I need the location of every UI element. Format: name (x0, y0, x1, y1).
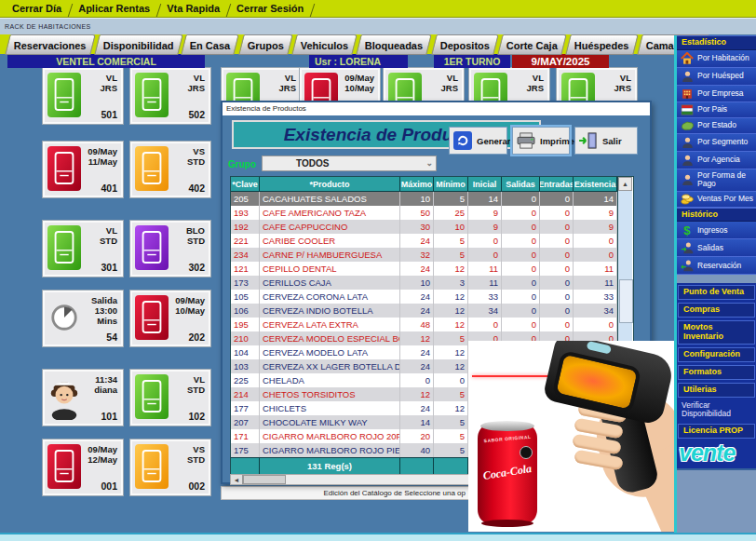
cell-clave: 205 (231, 192, 260, 206)
table-row-105[interactable]: 105CERVEZA CORONA LATA2412330033 (231, 290, 617, 304)
sidebar-licencia-prop[interactable]: Licencia PROP (678, 424, 755, 439)
col-header-inicial[interactable]: Inicial (468, 177, 502, 192)
tile-info: VSSTD402 (169, 143, 209, 196)
tab-reservaciones[interactable]: Reservaciones (5, 34, 95, 55)
col-header-producto[interactable]: *Producto (260, 177, 400, 192)
generar-button[interactable]: Generar (449, 127, 507, 155)
table-row-193[interactable]: 193CAFE AMERICANO TAZA50259009 (231, 206, 617, 220)
sidebar-por-forma-de-pago[interactable]: Por Forma de Pago (677, 169, 756, 192)
sidebar-utilerias[interactable]: Utilerias (678, 383, 755, 398)
cell-value: 0 (502, 220, 540, 234)
salir-button[interactable]: Salir (574, 127, 638, 155)
cell-value: 10 (400, 192, 434, 206)
cell-value: 33 (574, 290, 617, 304)
cell-value: 0 (574, 318, 617, 331)
scroll-up-icon[interactable]: ▲ (618, 177, 632, 191)
table-row-192[interactable]: 192CAFE CAPPUCCINO30109009 (231, 220, 617, 234)
record-count: 131 Reg(s) (260, 458, 400, 474)
col-header-clave[interactable]: *Clave (231, 177, 260, 192)
coins-icon (680, 194, 695, 205)
sidebar-por-empresa[interactable]: Por Empresa (677, 86, 756, 102)
cell-clave: 106 (231, 304, 260, 318)
tab-corte-caja[interactable]: Corte Caja (497, 34, 567, 55)
table-row-205[interactable]: 205CACAHUATES SALADOS105140014 (231, 192, 617, 206)
scrollbar-thumb[interactable] (243, 475, 286, 484)
sidebar-salidas[interactable]: Salidas (677, 239, 756, 257)
cell-value: 5 (434, 429, 468, 443)
tile-status-text: VSSTD (169, 146, 205, 167)
room-tile-102[interactable]: VLSTD102 (130, 370, 210, 426)
scroll-left-icon[interactable]: ◄ (231, 475, 243, 484)
sidebar-ingresos[interactable]: $Ingresos (677, 222, 756, 239)
svg-text:$: $ (683, 223, 691, 237)
imprime-button[interactable]: Imprime (512, 127, 570, 155)
sidebar-por-pais[interactable]: Por Pais (677, 102, 756, 118)
table-row-106[interactable]: 106CERVEZA INDIO BOTELLA2412340034 (231, 304, 617, 318)
scrollbar-thumb[interactable] (619, 279, 633, 323)
room-tile-501[interactable]: VLJRS501 (43, 68, 123, 124)
group-select[interactable]: TODOS ⌄ (262, 156, 437, 171)
room-tile-402[interactable]: VSSTD402 (130, 142, 210, 197)
sidebar-formatos[interactable]: Formatos (678, 365, 755, 380)
sidebar-por-agencia[interactable]: Por Agencia (677, 152, 756, 169)
menu-item-vta-rapida[interactable]: Vta Rapida (158, 3, 228, 14)
table-row-121[interactable]: 121CEPILLO DENTAL2412110011 (231, 262, 617, 276)
tile-status-text: VLJRS (81, 73, 117, 93)
menu-item-aplicar-rentas[interactable]: Aplicar Rentas (70, 3, 158, 14)
cell-clave: 195 (231, 318, 260, 331)
sidebar-verificar-disponibilidad[interactable]: Verificar Disponibilidad (677, 399, 756, 423)
sidebar-configuracion[interactable]: Configuración (678, 347, 755, 362)
sidebar-ventas-por-mes[interactable]: Ventas Por Mes (677, 192, 756, 208)
cell-value: 24 (400, 359, 434, 373)
room-tile-001[interactable]: 09/May12/May001 (43, 440, 123, 495)
cell-value: 48 (400, 318, 434, 331)
col-header-salidas[interactable]: Salidas (502, 177, 540, 192)
tab-depositos[interactable]: Depositos (431, 34, 499, 55)
room-tile-54[interactable]: Salida13:00Mins54 (43, 291, 123, 346)
tab-vehiculos[interactable]: Vehiculos (291, 34, 358, 55)
tab-disponibilidad[interactable]: Disponibilidad (94, 34, 182, 55)
table-row-195[interactable]: 195CERVEZA LATA EXTRA48120000 (231, 318, 617, 331)
tab-en-casa[interactable]: En Casa (182, 34, 240, 55)
tab-label: Disponibilidad (102, 40, 173, 51)
room-tile-302[interactable]: BLOSTD302 (130, 221, 210, 277)
col-header-maximo[interactable]: Máximo (400, 177, 434, 192)
tab-grupos[interactable]: Grupos (238, 34, 293, 55)
cell-value: 0 (540, 220, 574, 234)
flag-icon (680, 104, 695, 115)
sidebar-por-estado[interactable]: Por Estado (677, 118, 756, 134)
col-header-minimo[interactable]: Mínimo (434, 177, 468, 192)
room-tile-502[interactable]: VLJRS502 (130, 68, 210, 124)
button-label: Imprime (540, 136, 574, 146)
table-row-221[interactable]: 221CARIBE COOLER2450000 (231, 234, 617, 248)
menu-item-cerrar-dia[interactable]: Cerrar Día (4, 3, 70, 14)
sidebar-compras[interactable]: Compras (678, 303, 755, 318)
room-tile-301[interactable]: VLSTD301 (43, 221, 123, 277)
table-row-234[interactable]: 234CARNE P/ HAMBUERGUESA3250000 (231, 248, 617, 262)
col-header-existencia[interactable]: Existencia (574, 177, 617, 192)
cell-value: 5 (434, 331, 468, 345)
room-tile-401[interactable]: 09/May11/May401 (43, 142, 123, 197)
cell-value: 14 (468, 192, 502, 206)
room-tile-202[interactable]: 09/May10/May202 (130, 291, 210, 346)
cell-producto: CERILLOS CAJA (260, 276, 400, 290)
room-tile-002[interactable]: VSSTD002 (130, 440, 210, 495)
tab-huespedes[interactable]: Huéspedes (565, 34, 638, 55)
sidebar-punto-de-venta[interactable]: Punto de Venta (678, 285, 755, 300)
room-tile-101[interactable]: 11:34diana101 (43, 370, 123, 426)
sidebar-movtos-inventario[interactable]: Movtos Inventario (678, 320, 755, 345)
menu-item-cerrar-sesion[interactable]: Cerrar Sesión (228, 3, 312, 14)
chevron-down-icon[interactable]: ⌄ (425, 158, 433, 168)
cell-producto: CERVEZA XX LAGER BOTELLA DE35 (260, 359, 400, 373)
cell-value: 25 (434, 206, 468, 220)
cell-value: 12 (434, 290, 468, 304)
sidebar-por-huesped[interactable]: Por Huésped (677, 68, 756, 86)
col-header-entradas[interactable]: Entradas (540, 177, 574, 192)
sidebar-por-habitacion[interactable]: Por Habitación (677, 50, 756, 68)
table-row-173[interactable]: 173CERILLOS CAJA103110011 (231, 276, 617, 290)
cell-clave: 103 (231, 359, 260, 373)
tab-bloqueadas[interactable]: Bloqueadas (357, 34, 433, 55)
sidebar-reservacion[interactable]: Reservación (677, 257, 756, 275)
sidebar-por-segmento[interactable]: Por Segmento (677, 134, 756, 152)
cell-producto: CHICLETS (260, 401, 400, 415)
